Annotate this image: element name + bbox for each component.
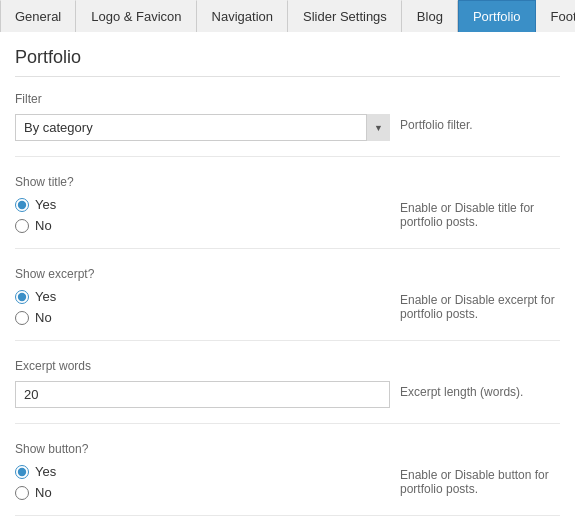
filter-field-left: By category By tag By date <box>15 114 390 141</box>
show-button-no-radio[interactable] <box>15 486 29 500</box>
excerpt-words-section: Excerpt words Excerpt length (words). <box>15 359 560 424</box>
show-excerpt-yes-radio[interactable] <box>15 290 29 304</box>
tabs-bar: General Logo & Favicon Navigation Slider… <box>0 0 575 32</box>
tab-footer[interactable]: Footer <box>536 0 575 32</box>
filter-section: Filter By category By tag By date Portfo… <box>15 92 560 157</box>
show-title-row: Yes No Enable or Disable title for portf… <box>15 197 560 233</box>
filter-select-wrapper: By category By tag By date <box>15 114 390 141</box>
tab-general[interactable]: General <box>0 0 76 32</box>
show-title-radio-group: Yes No <box>15 197 390 233</box>
excerpt-words-helper: Excerpt length (words). <box>400 381 560 399</box>
show-excerpt-helper: Enable or Disable excerpt for portfolio … <box>400 289 560 321</box>
show-button-radio-group: Yes No <box>15 464 390 500</box>
show-title-no-radio[interactable] <box>15 219 29 233</box>
tab-navigation[interactable]: Navigation <box>197 0 288 32</box>
show-button-yes-radio[interactable] <box>15 465 29 479</box>
show-excerpt-no-item[interactable]: No <box>15 310 390 325</box>
show-title-yes-label: Yes <box>35 197 56 212</box>
excerpt-words-field-left <box>15 381 390 408</box>
show-button-no-label: No <box>35 485 52 500</box>
show-button-yes-label: Yes <box>35 464 56 479</box>
filter-row: By category By tag By date Portfolio fil… <box>15 114 560 141</box>
show-button-no-item[interactable]: No <box>15 485 390 500</box>
show-title-no-label: No <box>35 218 52 233</box>
page-title: Portfolio <box>15 47 560 77</box>
show-excerpt-yes-item[interactable]: Yes <box>15 289 390 304</box>
show-excerpt-no-radio[interactable] <box>15 311 29 325</box>
show-button-row: Yes No Enable or Disable button for port… <box>15 464 560 500</box>
show-button-yes-item[interactable]: Yes <box>15 464 390 479</box>
show-title-no-item[interactable]: No <box>15 218 390 233</box>
show-excerpt-row: Yes No Enable or Disable excerpt for por… <box>15 289 560 325</box>
tab-slider-settings[interactable]: Slider Settings <box>288 0 402 32</box>
filter-label: Filter <box>15 92 560 106</box>
show-title-section: Show title? Yes No Enable or Disable tit… <box>15 175 560 249</box>
show-excerpt-field-left: Yes No <box>15 289 390 325</box>
show-button-helper: Enable or Disable button for portfolio p… <box>400 464 560 496</box>
tab-portfolio[interactable]: Portfolio <box>458 0 536 32</box>
show-title-label: Show title? <box>15 175 560 189</box>
excerpt-words-row: Excerpt length (words). <box>15 381 560 408</box>
tab-logo-favicon[interactable]: Logo & Favicon <box>76 0 196 32</box>
show-button-label: Show button? <box>15 442 560 456</box>
tab-blog[interactable]: Blog <box>402 0 458 32</box>
show-title-yes-radio[interactable] <box>15 198 29 212</box>
show-excerpt-label: Show excerpt? <box>15 267 560 281</box>
show-title-helper: Enable or Disable title for portfolio po… <box>400 197 560 229</box>
show-title-field-left: Yes No <box>15 197 390 233</box>
show-excerpt-no-label: No <box>35 310 52 325</box>
show-button-section: Show button? Yes No Enable or Disable bu… <box>15 442 560 516</box>
page-content: Portfolio Filter By category By tag By d… <box>0 32 575 516</box>
excerpt-words-label: Excerpt words <box>15 359 560 373</box>
show-title-yes-item[interactable]: Yes <box>15 197 390 212</box>
show-excerpt-radio-group: Yes No <box>15 289 390 325</box>
show-excerpt-yes-label: Yes <box>35 289 56 304</box>
excerpt-words-input[interactable] <box>15 381 390 408</box>
show-button-field-left: Yes No <box>15 464 390 500</box>
show-excerpt-section: Show excerpt? Yes No Enable or Disable e… <box>15 267 560 341</box>
filter-helper: Portfolio filter. <box>400 114 560 132</box>
filter-select[interactable]: By category By tag By date <box>15 114 390 141</box>
